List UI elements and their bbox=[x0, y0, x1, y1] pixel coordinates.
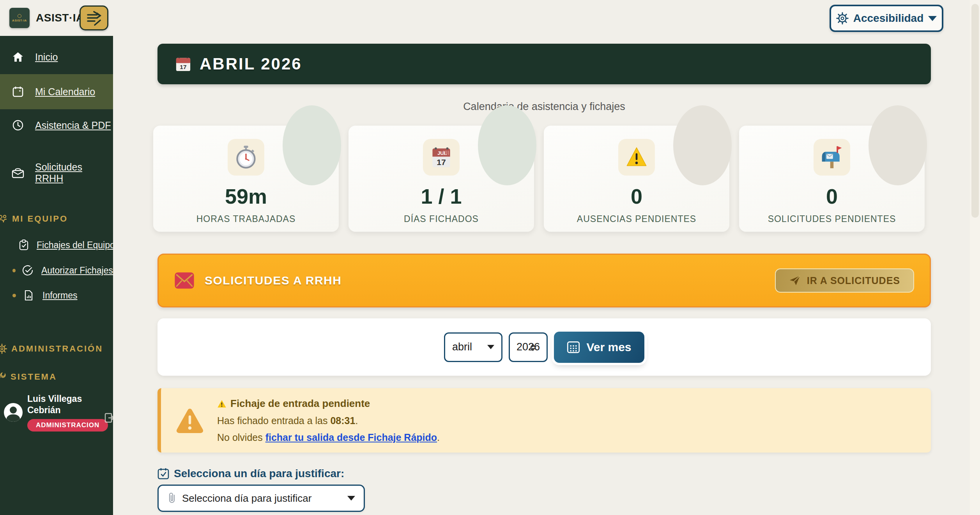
decorative-blob bbox=[283, 105, 341, 185]
clock-icon bbox=[11, 119, 25, 131]
sidebar-item-label[interactable]: Solicitudes RRHH bbox=[35, 162, 113, 184]
sidebar-section-mi-equipo: MI EQUIPO bbox=[0, 213, 113, 225]
envelope-icon bbox=[174, 272, 195, 289]
calendar-grid-icon bbox=[567, 341, 580, 354]
calendar-check-icon bbox=[157, 467, 169, 480]
month-select-value: abril bbox=[452, 341, 472, 353]
entry-warning-box: Fichaje de entrada pendiente Has fichado… bbox=[157, 388, 931, 453]
stat-label: SOLICITUDES PENDIENTES bbox=[768, 214, 896, 224]
decorative-blob bbox=[673, 105, 732, 185]
chevron-down-icon bbox=[928, 16, 937, 21]
sidebar-item-label[interactable]: Fichajes del Equipo bbox=[37, 240, 113, 250]
wrench-icon bbox=[0, 372, 7, 382]
sidebar-item-fichajes-del-equipo[interactable]: Fichajes del Equipo bbox=[0, 234, 113, 256]
stat-label: AUSENCIAS PENDIENTES bbox=[577, 214, 696, 224]
warning-triangle-icon bbox=[175, 407, 205, 434]
month-form-card: abril 2026 Ver mes bbox=[157, 318, 931, 376]
section-label: ADMINISTRACIÓN bbox=[11, 344, 103, 354]
section-label: MI EQUIPO bbox=[12, 214, 68, 224]
sidebar-item-autorizar-fichajes[interactable]: Autorizar Fichajes bbox=[0, 259, 113, 281]
collapse-menu-icon bbox=[85, 10, 103, 26]
report-icon bbox=[22, 290, 35, 301]
year-input[interactable]: 2026 bbox=[509, 332, 548, 362]
calendar-icon: JUL17 bbox=[423, 139, 460, 176]
mail-icon bbox=[11, 167, 25, 178]
month-select[interactable]: abril bbox=[444, 332, 502, 362]
clipboard-icon bbox=[19, 240, 29, 250]
gear-icon bbox=[836, 12, 849, 25]
scrollbar-track[interactable] bbox=[970, 0, 980, 515]
sidebar-item-label[interactable]: Asistencia & PDF bbox=[35, 120, 111, 131]
fichaje-rapido-link[interactable]: fichar tu salida desde Fichaje Rápido bbox=[265, 432, 437, 443]
sidebar-item-mi-calendario[interactable]: Mi Calendario bbox=[0, 74, 113, 109]
section-label: SISTEMA bbox=[11, 372, 57, 382]
warning-title-text: Fichaje de entrada pendiente bbox=[230, 398, 370, 410]
stat-label: HORAS TRABAJADAS bbox=[196, 214, 296, 224]
stat-value: 0 bbox=[826, 184, 838, 208]
paperclip-icon bbox=[167, 492, 177, 504]
stat-label: DÍAS FICHADOS bbox=[404, 214, 479, 224]
ver-mes-label: Ver mes bbox=[586, 341, 631, 354]
warning-small-icon bbox=[217, 400, 226, 408]
sidebar-item-label[interactable]: Inicio bbox=[35, 52, 58, 63]
justify-day-label: Selecciona un día para justificar: bbox=[157, 467, 344, 480]
brand-name: ASIST·IA bbox=[36, 12, 84, 24]
mailbox-icon bbox=[814, 139, 850, 176]
decorative-blob bbox=[869, 105, 927, 185]
justify-day-select[interactable]: Selecciona día para justificar bbox=[157, 485, 365, 512]
sidebar-item-label[interactable]: Autorizar Fichajes bbox=[41, 265, 113, 276]
accessibility-label: Accesibilidad bbox=[853, 12, 924, 25]
justify-select-placeholder: Selecciona día para justificar bbox=[182, 492, 311, 504]
user-role-badge: ADMINISTRACION bbox=[27, 419, 108, 432]
rrhh-banner: SOLICITUDES A RRHH IR A SOLICITUDES bbox=[157, 254, 931, 307]
decorative-blob bbox=[478, 105, 536, 185]
page-title: ABRIL 2026 bbox=[200, 55, 302, 73]
sidebar-item-label[interactable]: Informes bbox=[42, 290, 77, 301]
sidebar-item-informes[interactable]: Informes bbox=[0, 284, 113, 306]
logout-icon[interactable] bbox=[104, 413, 113, 424]
warning-title: Fichaje de entrada pendiente bbox=[217, 398, 440, 410]
check-circle-icon bbox=[22, 265, 34, 276]
user-name: Luis Villegas Cebrián bbox=[27, 393, 97, 416]
bullet-icon bbox=[12, 294, 16, 297]
sidebar-section-sistema: SISTEMA bbox=[0, 371, 113, 383]
sidebar-item-inicio[interactable]: Inicio bbox=[0, 44, 113, 70]
home-icon bbox=[11, 52, 25, 62]
entry-time: 08:31 bbox=[330, 415, 355, 426]
stat-card-horas-trabajadas: 59m HORAS TRABAJADAS bbox=[153, 126, 339, 232]
sidebar-header: ASIST-IA ASIST·IA bbox=[0, 0, 113, 36]
calendar-icon: 17 bbox=[175, 55, 192, 73]
warning-icon bbox=[618, 139, 655, 176]
scrollbar-thumb[interactable] bbox=[971, 4, 979, 218]
number-spinner-icon[interactable] bbox=[530, 344, 536, 351]
rrhh-banner-title: SOLICITUDES A RRHH bbox=[205, 274, 341, 287]
ir-a-solicitudes-button[interactable]: IR A SOLICITUDES bbox=[775, 268, 914, 293]
year-value: 2026 bbox=[517, 341, 540, 353]
page-subtitle: Calendario de asistencia y fichajes bbox=[157, 101, 931, 113]
team-icon bbox=[0, 214, 8, 224]
app-logo: ASIST-IA bbox=[9, 8, 30, 28]
sidebar-section-administracion: ADMINISTRACIÓN bbox=[0, 343, 113, 355]
paper-plane-icon bbox=[789, 275, 801, 286]
sidebar-item-solicitudes-rrhh[interactable]: Solicitudes RRHH bbox=[0, 160, 113, 186]
calendar-icon bbox=[11, 86, 25, 98]
warning-line-exit: No olvides fichar tu salida desde Fichaj… bbox=[217, 432, 440, 443]
chevron-down-icon bbox=[487, 345, 494, 349]
sidebar: ASIST-IA ASIST·IA Inicio bbox=[0, 0, 113, 515]
stat-card-ausencias-pendientes: 0 AUSENCIAS PENDIENTES bbox=[544, 126, 729, 232]
stat-value: 59m bbox=[225, 184, 267, 208]
bullet-icon bbox=[12, 269, 16, 272]
avatar bbox=[4, 403, 23, 422]
warning-line-entry: Has fichado entrada a las 08:31. bbox=[217, 415, 440, 426]
sidebar-item-asistencia-pdf[interactable]: Asistencia & PDF bbox=[0, 112, 113, 138]
stat-card-solicitudes-pendientes: 0 SOLICITUDES PENDIENTES bbox=[739, 126, 925, 232]
stat-value: 0 bbox=[631, 184, 642, 208]
ver-mes-button[interactable]: Ver mes bbox=[554, 332, 644, 363]
accessibility-button[interactable]: Accesibilidad bbox=[830, 5, 943, 32]
gear-icon bbox=[0, 343, 7, 354]
stopwatch-icon bbox=[228, 139, 264, 176]
logo-ring-icon bbox=[18, 14, 21, 18]
justify-day-label-text: Selecciona un día para justificar: bbox=[174, 467, 344, 480]
sidebar-item-label[interactable]: Mi Calendario bbox=[35, 86, 95, 98]
sidebar-toggle-button[interactable] bbox=[80, 5, 108, 30]
